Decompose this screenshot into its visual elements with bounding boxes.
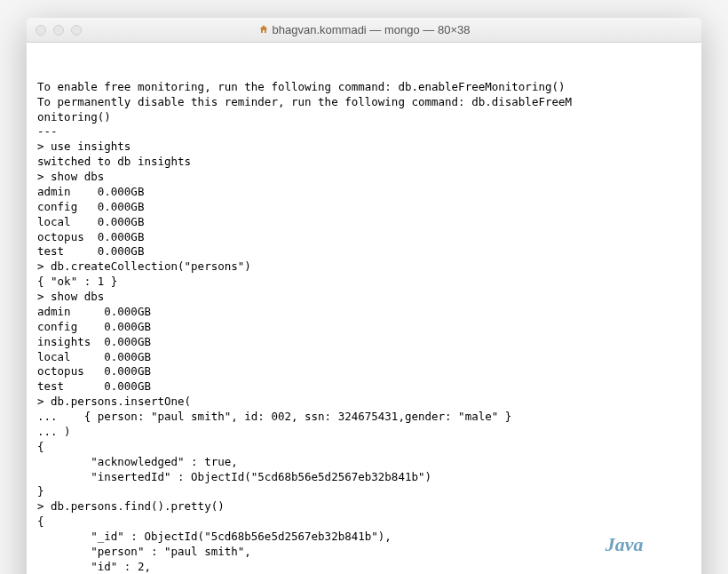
terminal-line: "acknowledged" : true, — [37, 455, 691, 470]
terminal-line: local 0.000GB — [37, 215, 691, 230]
terminal-line: "insertedId" : ObjectId("5cd68b56e5d2567… — [37, 470, 691, 485]
titlebar[interactable]: bhagvan.kommadi — mongo — 80×38 — [27, 18, 701, 43]
terminal-line: config 0.000GB — [37, 200, 691, 215]
terminal-line: "id" : 2, — [37, 560, 691, 574]
terminal-line: To enable free monitoring, run the follo… — [37, 80, 691, 95]
terminal-line: "_id" : ObjectId("5cd68b56e5d2567eb32b84… — [37, 530, 691, 545]
terminal-line: } — [37, 484, 691, 499]
window-title-text: bhagvan.kommadi — mongo — 80×38 — [273, 23, 471, 36]
terminal-line: switched to db insights — [37, 155, 691, 170]
terminal-line: test 0.000GB — [37, 379, 691, 395]
terminal-line: > db.createCollection("persons") — [37, 259, 691, 275]
terminal-line: "person" : "paul smith", — [37, 545, 691, 560]
terminal-line: test 0.000GB — [37, 244, 691, 259]
terminal-line: onitoring() — [37, 110, 691, 125]
terminal-line: octopus 0.000GB — [37, 230, 691, 245]
terminal-body[interactable]: To enable free monitoring, run the follo… — [27, 43, 701, 574]
terminal-line: > show dbs — [37, 290, 691, 305]
terminal-line: ... ) — [37, 425, 691, 440]
terminal-line: admin 0.000GB — [37, 185, 691, 200]
terminal-output: To enable free monitoring, run the follo… — [37, 80, 691, 574]
zoom-icon[interactable] — [71, 25, 82, 36]
minimize-icon[interactable] — [53, 25, 64, 36]
terminal-line: > db.persons.insertOne( — [37, 395, 691, 410]
terminal-line: > show dbs — [37, 170, 691, 185]
terminal-line: --- — [37, 124, 691, 140]
terminal-line: { — [37, 514, 691, 530]
terminal-line: octopus 0.000GB — [37, 364, 691, 379]
terminal-line: { — [37, 440, 691, 455]
terminal-line: admin 0.000GB — [37, 305, 691, 320]
terminal-line: > db.persons.find().pretty() — [37, 499, 691, 514]
terminal-line: > use insights — [37, 140, 691, 155]
terminal-line: ... { person: "paul smith", id: 002, ssn… — [37, 410, 691, 425]
home-icon — [258, 24, 269, 37]
terminal-line: insights 0.000GB — [37, 335, 691, 350]
window-title: bhagvan.kommadi — mongo — 80×38 — [27, 23, 701, 37]
terminal-line: To permanently disable this reminder, ru… — [37, 95, 691, 110]
traffic-lights — [36, 25, 82, 36]
terminal-window: bhagvan.kommadi — mongo — 80×38 To enabl… — [27, 18, 701, 574]
terminal-line: config 0.000GB — [37, 320, 691, 335]
terminal-line: { "ok" : 1 } — [37, 275, 691, 290]
terminal-line: local 0.000GB — [37, 350, 691, 365]
close-icon[interactable] — [36, 25, 46, 36]
